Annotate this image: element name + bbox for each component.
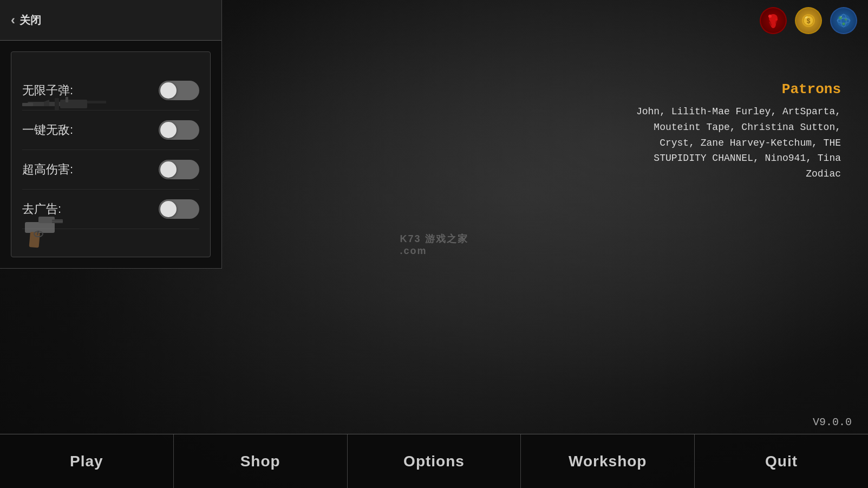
toggle-switch-invincible[interactable] [159, 120, 199, 140]
nav-item-quit[interactable]: Quit [695, 434, 868, 488]
toggle-knob-invincible [160, 122, 177, 138]
nav-item-options[interactable]: Options [348, 434, 521, 488]
toggle-knob-no-ads [160, 201, 177, 217]
svg-point-19 [845, 18, 847, 21]
nav-item-play[interactable]: Play [0, 434, 174, 488]
top-icons: $ [760, 7, 857, 34]
toggle-knob-infinite-ammo [160, 82, 177, 99]
toggle-row-high-damage: 超高伤害: [22, 150, 199, 190]
back-button[interactable]: ‹ 关闭 [11, 12, 41, 28]
toggle-label-invincible: 一键无敌: [22, 122, 73, 138]
toggle-switch-high-damage[interactable] [159, 160, 199, 179]
toggle-switch-infinite-ammo[interactable] [159, 81, 199, 100]
svg-rect-35 [52, 220, 63, 221]
nav-item-shop[interactable]: Shop [174, 434, 348, 488]
sidebar-content: 无限子弹: 一键无敌: 超高伤害: 去广告: [0, 41, 221, 268]
globe-icon-button[interactable] [830, 7, 857, 34]
back-label: 关闭 [19, 13, 41, 28]
toggle-label-high-damage: 超高伤害: [22, 161, 73, 178]
svg-rect-23 [60, 100, 87, 108]
version-label: V9.0.0 [813, 416, 852, 428]
svg-rect-24 [87, 101, 106, 103]
sidebar-header: ‹ 关闭 [0, 0, 221, 41]
toggle-row-invincible: 一键无敌: [22, 110, 199, 150]
svg-rect-26 [55, 98, 59, 110]
coin-icon-button[interactable]: $ [795, 7, 822, 34]
svg-text:$: $ [807, 17, 811, 25]
svg-point-7 [768, 15, 772, 18]
sidebar-panel: ‹ 关闭 无限子弹: [0, 0, 222, 269]
svg-rect-36 [52, 222, 63, 223]
patrons-panel: Patrons John, Lilith-Mae Furley, ArtSpar… [636, 81, 841, 182]
svg-rect-27 [66, 97, 68, 102]
svg-point-8 [775, 18, 778, 21]
blood-icon-button[interactable] [760, 7, 787, 34]
svg-marker-28 [44, 100, 49, 106]
svg-rect-25 [22, 103, 33, 106]
nav-item-workshop[interactable]: Workshop [521, 434, 695, 488]
pistol-decoration-bottom [22, 211, 66, 251]
back-arrow-icon: ‹ [11, 12, 15, 28]
patrons-title: Patrons [636, 81, 841, 97]
bottom-nav: Play Shop Options Workshop Quit [0, 434, 868, 488]
toggle-knob-high-damage [160, 161, 177, 178]
rifle-decoration-top [22, 95, 109, 114]
patrons-names: John, Lilith-Mae Furley, ArtSparta, Mout… [636, 104, 841, 182]
svg-point-20 [843, 22, 845, 25]
toggle-switch-no-ads[interactable] [159, 199, 199, 219]
toggle-panel: 无限子弹: 一键无敌: 超高伤害: 去广告: [11, 51, 211, 257]
